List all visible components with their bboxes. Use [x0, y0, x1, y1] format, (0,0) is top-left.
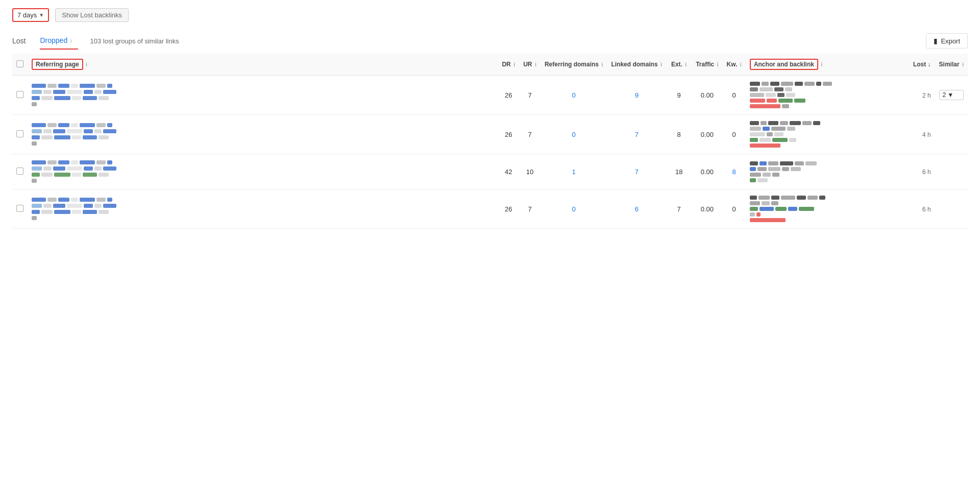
backlinks-table: Referring page i DR i UR i Referring dom… [12, 54, 968, 229]
ur-cell: 10 [519, 154, 541, 189]
col-ur: UR i [519, 54, 541, 76]
ext-info-icon: i [685, 61, 687, 67]
col-traffic: Traffic i [692, 54, 722, 76]
ld-info-icon: i [660, 61, 662, 67]
ref-domains-cell[interactable]: 0 [541, 189, 607, 229]
lost-sort-icon: ↓ [928, 61, 931, 68]
lost-time-cell: 6 h [909, 189, 935, 229]
dr-info-icon: i [513, 61, 515, 67]
rd-info-icon: i [601, 61, 603, 67]
table-row: 2670780.0004 h [12, 115, 968, 154]
col-linked-domains: Linked domains i [607, 54, 666, 76]
traffic-info-icon: i [717, 61, 719, 67]
traffic-cell: 0.00 [692, 76, 722, 115]
dr-cell: 26 [498, 76, 519, 115]
export-icon: ▮ [934, 37, 938, 45]
ext-cell: 7 [666, 189, 692, 229]
tabs-export-row: Lost Dropped i 103 lost groups of simila… [12, 32, 968, 50]
similar-info-icon: i [962, 61, 964, 67]
lost-time-cell: 4 h [909, 115, 935, 154]
row-checkbox[interactable] [16, 130, 23, 137]
linked-domains-cell[interactable]: 7 [607, 154, 666, 189]
referring-page-cell [28, 115, 498, 154]
linked-domains-cell[interactable]: 7 [607, 115, 666, 154]
similar-cell [935, 189, 968, 229]
col-referring-page: Referring page i [28, 54, 498, 76]
tab-dropped[interactable]: Dropped i [40, 32, 78, 50]
similar-cell [935, 154, 968, 189]
kw-cell[interactable]: 0 [723, 189, 746, 229]
toolbar: 7 days ▼ Show Lost backlinks [12, 8, 968, 22]
dropped-info-icon: i [70, 38, 71, 44]
col-lost[interactable]: Lost ↓ [909, 54, 935, 76]
traffic-cell: 0.00 [692, 115, 722, 154]
ur-cell: 7 [519, 76, 541, 115]
linked-domains-cell[interactable]: 6 [607, 189, 666, 229]
show-lost-button[interactable]: Show Lost backlinks [55, 8, 129, 22]
anchor-cell [746, 115, 909, 154]
referring-page-info-icon: i [86, 61, 87, 67]
table-container: Referring page i DR i UR i Referring dom… [12, 54, 968, 229]
col-ext: Ext. i [666, 54, 692, 76]
referring-page-cell [28, 154, 498, 189]
similar-cell[interactable]: 2 ▼ [935, 76, 968, 115]
ur-cell: 7 [519, 115, 541, 154]
table-body: 2670990.0002 h 2 ▼ 2670780.0004 h4210171… [12, 76, 968, 229]
ref-domains-cell[interactable]: 1 [541, 154, 607, 189]
col-referring-domains: Referring domains i [541, 54, 607, 76]
anchor-cell [746, 189, 909, 229]
table-header-row: Referring page i DR i UR i Referring dom… [12, 54, 968, 76]
export-button[interactable]: ▮ Export [926, 33, 968, 49]
col-anchor-backlink: Anchor and backlink i [746, 54, 909, 76]
kw-cell[interactable]: 0 [723, 115, 746, 154]
days-arrow: ▼ [39, 12, 44, 18]
row-checkbox[interactable] [16, 205, 23, 212]
col-dr: DR i [498, 54, 519, 76]
referring-page-header: Referring page [32, 59, 83, 70]
page-wrapper: 7 days ▼ Show Lost backlinks Lost Droppe… [0, 0, 980, 502]
table-row: 2670670.0006 h [12, 189, 968, 229]
ur-cell: 7 [519, 189, 541, 229]
tab-count[interactable]: 103 lost groups of similar links [90, 33, 185, 49]
tab-lost[interactable]: Lost [12, 33, 32, 49]
select-all-header[interactable] [12, 54, 28, 76]
anchor-cell [746, 154, 909, 189]
kw-cell[interactable]: 0 [723, 76, 746, 115]
anchor-cell [746, 76, 909, 115]
tabs-row: Lost Dropped i 103 lost groups of simila… [12, 32, 193, 50]
similar-dropdown[interactable]: 2 ▼ [939, 90, 964, 100]
row-checkbox[interactable] [16, 168, 23, 175]
referring-page-cell [28, 76, 498, 115]
col-kw: Kw. i [723, 54, 746, 76]
traffic-cell: 0.00 [692, 189, 722, 229]
dr-cell: 26 [498, 189, 519, 229]
similar-arrow-icon: ▼ [947, 91, 953, 99]
kw-info-icon: i [740, 61, 742, 67]
lost-time-cell: 2 h [909, 76, 935, 115]
ref-domains-cell[interactable]: 0 [541, 76, 607, 115]
linked-domains-cell[interactable]: 9 [607, 76, 666, 115]
days-label: 7 days [17, 11, 37, 19]
col-similar: Similar i [935, 54, 968, 76]
ext-cell: 8 [666, 115, 692, 154]
kw-cell[interactable]: 8 [723, 154, 746, 189]
select-all-checkbox[interactable] [16, 60, 23, 67]
lost-time-cell: 6 h [909, 154, 935, 189]
dr-cell: 42 [498, 154, 519, 189]
anchor-info-icon: i [821, 61, 822, 67]
ur-info-icon: i [535, 61, 536, 67]
days-dropdown[interactable]: 7 days ▼ [12, 8, 49, 22]
dr-cell: 26 [498, 115, 519, 154]
table-row: 421017180.0086 h [12, 154, 968, 189]
row-checkbox[interactable] [16, 91, 23, 98]
anchor-backlink-header: Anchor and backlink [750, 59, 818, 70]
ref-domains-cell[interactable]: 0 [541, 115, 607, 154]
traffic-cell: 0.00 [692, 154, 722, 189]
referring-page-cell [28, 189, 498, 229]
ext-cell: 9 [666, 76, 692, 115]
ext-cell: 18 [666, 154, 692, 189]
table-row: 2670990.0002 h 2 ▼ [12, 76, 968, 115]
similar-cell [935, 115, 968, 154]
